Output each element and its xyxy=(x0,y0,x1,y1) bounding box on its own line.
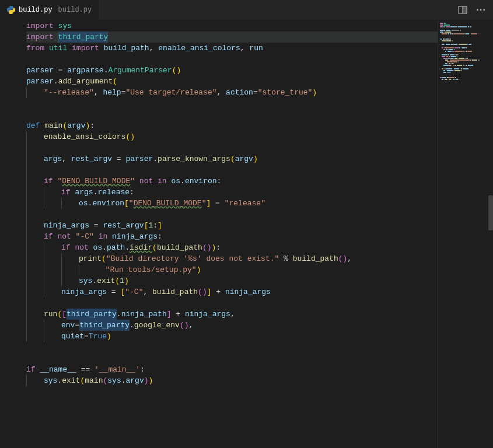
minimap-line xyxy=(439,68,492,69)
minimap[interactable] xyxy=(438,20,493,448)
minimap-line xyxy=(439,32,492,33)
tab-path-hint: build.py xyxy=(58,6,92,14)
minimap-line xyxy=(439,74,492,75)
svg-point-5 xyxy=(483,9,485,11)
more-actions-icon[interactable] xyxy=(475,5,486,15)
code-line[interactable]: if not os.path.isdir(build_path()): xyxy=(26,242,438,253)
code-line[interactable]: "--release", help="Use target/release", … xyxy=(26,87,438,98)
code-line[interactable] xyxy=(26,342,438,353)
tab-filename: build.py xyxy=(19,6,53,14)
minimap-line xyxy=(439,30,492,31)
minimap-line xyxy=(439,72,492,73)
minimap-line xyxy=(439,33,492,34)
minimap-line xyxy=(439,51,492,52)
minimap-line xyxy=(439,75,492,76)
svg-point-4 xyxy=(480,9,482,11)
split-editor-icon[interactable] xyxy=(458,5,467,15)
minimap-line xyxy=(439,37,492,38)
code-line[interactable] xyxy=(26,353,438,364)
minimap-line xyxy=(439,23,492,24)
code-line[interactable]: import sys xyxy=(26,20,438,32)
minimap-viewport-indicator[interactable] xyxy=(488,195,493,230)
minimap-line xyxy=(439,24,492,26)
minimap-line xyxy=(439,52,492,54)
code-line[interactable]: args, rest_argv = parser.parse_known_arg… xyxy=(26,153,438,164)
minimap-line xyxy=(439,56,492,57)
code-line[interactable]: from util import build_path, enable_ansi… xyxy=(26,43,438,54)
code-line[interactable]: enable_ansi_colors() xyxy=(26,131,438,142)
code-line[interactable] xyxy=(26,298,438,309)
code-line[interactable]: "Run tools/setup.py") xyxy=(26,264,438,275)
code-line[interactable]: run([third_party.ninja_path] + ninja_arg… xyxy=(26,309,438,320)
minimap-line xyxy=(439,40,492,41)
minimap-line xyxy=(439,58,492,59)
minimap-line xyxy=(439,49,492,50)
minimap-line xyxy=(439,60,492,61)
editor-tab[interactable]: build.py build.py xyxy=(0,0,99,20)
minimap-line xyxy=(439,44,492,45)
minimap-line xyxy=(439,77,492,78)
minimap-line xyxy=(439,70,492,71)
code-line[interactable]: os.environ["DENO_BUILD_MODE"] = "release… xyxy=(26,198,438,209)
minimap-line xyxy=(439,65,492,66)
python-icon xyxy=(7,6,15,14)
code-line[interactable]: ninja_args = rest_argv[1:] xyxy=(26,220,438,231)
svg-rect-2 xyxy=(463,7,466,13)
code-line[interactable]: if "DENO_BUILD_MODE" not in os.environ: xyxy=(26,176,438,187)
code-line[interactable]: import third_party xyxy=(26,32,438,43)
code-line[interactable]: print("Build directory '%s' does not exi… xyxy=(26,253,438,264)
minimap-line xyxy=(439,26,492,27)
code-line[interactable] xyxy=(26,109,438,120)
minimap-line xyxy=(439,35,492,36)
minimap-line xyxy=(439,28,492,29)
minimap-line xyxy=(439,66,492,68)
code-line[interactable]: sys.exit(main(sys.argv)) xyxy=(26,375,438,386)
code-line[interactable]: if args.release: xyxy=(26,187,438,198)
minimap-line xyxy=(439,63,492,64)
minimap-line xyxy=(439,46,492,47)
code-line[interactable] xyxy=(26,98,438,109)
minimap-line xyxy=(439,42,492,43)
code-line[interactable]: if __name__ == '__main__': xyxy=(26,364,438,375)
code-editor[interactable]: import sysimport third_partyfrom util im… xyxy=(0,20,438,448)
code-line[interactable] xyxy=(26,164,438,176)
editor-container: import sysimport third_partyfrom util im… xyxy=(0,20,493,448)
code-line[interactable] xyxy=(26,142,438,153)
minimap-line xyxy=(439,54,492,55)
svg-point-3 xyxy=(477,9,478,11)
code-line[interactable]: parser.add_argument( xyxy=(26,76,438,87)
minimap-line xyxy=(439,38,492,40)
code-line[interactable]: sys.exit(1) xyxy=(26,275,438,286)
code-line[interactable]: parser = argparse.ArgumentParser() xyxy=(26,65,438,76)
code-line[interactable]: def main(argv): xyxy=(26,120,438,131)
code-line[interactable] xyxy=(26,209,438,220)
tab-actions xyxy=(451,0,493,20)
code-line[interactable]: quiet=True) xyxy=(26,331,438,342)
code-line[interactable]: ninja_args = ["-C", build_path()] + ninj… xyxy=(26,286,438,298)
minimap-line xyxy=(439,61,492,62)
minimap-line xyxy=(439,47,492,48)
code-line[interactable]: env=third_party.google_env(), xyxy=(26,320,438,331)
code-line[interactable] xyxy=(26,54,438,65)
code-line[interactable]: if not "-C" in ninja_args: xyxy=(26,231,438,242)
minimap-line xyxy=(439,79,492,80)
tab-bar: build.py build.py xyxy=(0,0,493,20)
